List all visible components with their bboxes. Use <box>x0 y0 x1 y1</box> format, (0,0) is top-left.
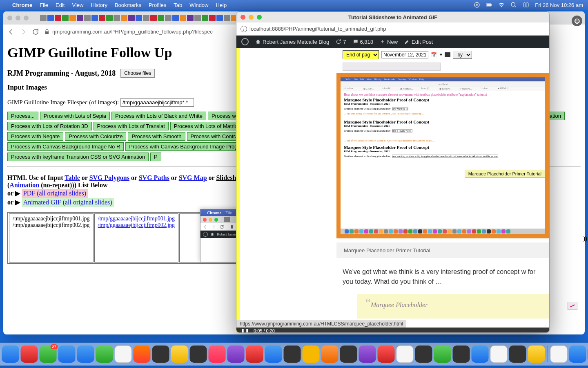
traffic-close[interactable] <box>203 218 207 222</box>
dock-systemprefs-icon[interactable] <box>415 346 432 363</box>
forward-icon[interactable] <box>20 28 27 36</box>
process-button[interactable]: Process with Lots of Sepia <box>40 112 110 120</box>
reload-icon[interactable] <box>32 28 39 36</box>
favicon[interactable] <box>55 15 61 21</box>
dock-launchpad-icon[interactable] <box>0 346 0 363</box>
traffic-min[interactable] <box>16 16 20 20</box>
inner-wp-name[interactable]: Robert James <box>217 232 237 236</box>
process-button[interactable]: Process... <box>7 112 38 120</box>
process-button[interactable]: Process with Lots of Black and White <box>111 112 206 120</box>
favicon[interactable] <box>224 15 230 21</box>
menu-edit[interactable]: Edit <box>56 2 65 8</box>
favicon[interactable] <box>62 15 69 21</box>
choose-files-button[interactable]: Choose files <box>120 69 155 78</box>
wp-comments[interactable]: 6,818 <box>353 39 374 45</box>
traffic-close[interactable] <box>7 16 12 20</box>
traffic-min[interactable] <box>249 15 254 20</box>
process-button[interactable]: Process with Lots of Rotation 3D <box>7 122 92 130</box>
dock-maps-icon[interactable] <box>77 346 94 363</box>
favicon[interactable] <box>180 15 186 21</box>
front-url-bar[interactable]: i localhost:8888/PHP/animegif/tutorial_t… <box>236 22 549 36</box>
dock-reminders-icon[interactable] <box>171 346 188 363</box>
animated-gif-frame[interactable]: SafariFileEditViewHistoryBookmarksDevelo… <box>336 73 549 238</box>
menu-window[interactable]: Window <box>189 2 208 8</box>
reload-icon[interactable] <box>219 224 224 229</box>
menu-file[interactable]: File <box>40 2 48 8</box>
favicon[interactable] <box>187 15 194 21</box>
traffic-max[interactable] <box>257 15 262 20</box>
wordpress-icon[interactable] <box>241 38 249 45</box>
dock-folder-icon[interactable] <box>550 346 568 363</box>
wordpress-icon[interactable] <box>203 232 208 237</box>
favicon[interactable] <box>209 15 216 21</box>
plus-icon[interactable]: + <box>439 52 442 58</box>
end-of-page-select[interactable]: End of pag <box>343 50 379 59</box>
favicon[interactable] <box>150 15 157 21</box>
process-button[interactable]: Process with Colourize <box>65 132 126 141</box>
link-table[interactable]: Table <box>65 174 80 181</box>
home-icon[interactable] <box>210 232 214 236</box>
dock-firefox-icon[interactable] <box>321 346 339 363</box>
link-svg-paths[interactable]: SVG Paths <box>139 174 169 181</box>
favicon[interactable] <box>165 15 172 21</box>
favicon[interactable] <box>69 15 76 21</box>
dock-facetime-icon[interactable] <box>96 346 113 363</box>
link-svg-map[interactable]: SVG Map <box>179 174 207 181</box>
favicon[interactable] <box>106 15 113 21</box>
video-controls[interactable]: ❚❚ 0:05 / 0:20 <box>236 328 549 333</box>
process-button[interactable]: Process with Smooth <box>128 132 185 141</box>
link-pdf[interactable]: PDF (all original slides) <box>23 190 86 197</box>
date-picker[interactable]: November 12, 2021 <box>381 51 428 58</box>
favicon[interactable] <box>216 15 223 21</box>
dock-mail-icon[interactable] <box>58 346 76 363</box>
favicon[interactable] <box>128 15 135 21</box>
favicon[interactable] <box>136 15 142 21</box>
dock-terminal-icon[interactable] <box>340 346 357 363</box>
dock-downloads-icon[interactable] <box>569 346 586 363</box>
process-button[interactable]: Process with Canvas Background Image No … <box>7 142 124 151</box>
screen-record-icon[interactable] <box>474 2 480 8</box>
favicon[interactable] <box>77 15 83 21</box>
menubar-clock[interactable]: Fri 26 Nov 10:26 am <box>535 2 583 8</box>
favicon[interactable] <box>40 15 47 21</box>
menu-view[interactable]: View <box>72 2 83 8</box>
wp-new[interactable]: New <box>380 39 398 45</box>
inner-app[interactable]: Chrome <box>207 211 221 215</box>
favicon[interactable] <box>114 15 120 21</box>
dock-brackets-icon[interactable] <box>396 346 414 363</box>
by-select[interactable]: by <box>453 51 472 59</box>
wp-edit[interactable]: Edit Post <box>404 39 433 45</box>
menu-help[interactable]: Help <box>216 2 227 8</box>
favicon[interactable] <box>47 15 54 21</box>
dock-phpstorm-icon[interactable] <box>434 346 451 363</box>
rect-icon[interactable] <box>445 52 450 57</box>
link-norepeat[interactable]: no-repeat <box>43 182 70 188</box>
favicon[interactable] <box>99 15 105 21</box>
process-button[interactable]: P <box>150 153 161 161</box>
inner-file[interactable]: File <box>225 211 232 215</box>
traffic-close[interactable] <box>241 15 245 20</box>
process-button[interactable]: Process with Negate <box>7 132 63 141</box>
link-svg-polygons[interactable]: SVG Polygons <box>89 174 129 181</box>
battery-icon[interactable] <box>486 2 492 8</box>
process-button[interactable]: Process with Lots of Translat <box>94 122 169 130</box>
dock-music-icon[interactable] <box>209 346 226 363</box>
dock-notes2-icon[interactable] <box>528 346 545 363</box>
dock-filezilla-icon[interactable] <box>378 346 395 363</box>
favicon[interactable] <box>143 15 149 21</box>
filespec-input[interactable] <box>120 98 194 107</box>
favicon[interactable] <box>84 15 91 21</box>
dock-podcasts-icon[interactable] <box>227 346 245 363</box>
edit-tool-icon[interactable] <box>568 302 577 310</box>
cell-link[interactable]: /tmp/ggaaaaaejbijccjiftmp002.jpg <box>98 222 175 228</box>
cell-link[interactable]: /tmp/ggaaaaaejbijccjiftmp001.jpg <box>98 215 175 222</box>
favicon[interactable] <box>224 217 230 222</box>
pause-icon[interactable]: ❚❚ <box>241 328 249 333</box>
dock-intellij-icon[interactable] <box>453 346 470 363</box>
control-center-icon[interactable] <box>523 2 529 8</box>
favicon[interactable] <box>202 15 208 21</box>
menu-bookmarks[interactable]: Bookmarks <box>115 2 141 8</box>
dock-vscode-icon[interactable] <box>359 346 376 363</box>
favicon[interactable] <box>194 15 201 21</box>
dock-safari-icon[interactable] <box>2 346 19 363</box>
